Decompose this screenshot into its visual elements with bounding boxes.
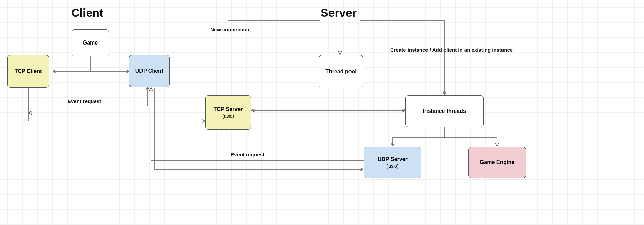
node-tcp-server-label: TCP Server [214, 106, 243, 112]
node-tcp-server: TCP Server (asio) [205, 95, 251, 130]
node-thread-pool-label: Thread pool [325, 69, 357, 75]
label-create-instance: Create instance / Add client in an exist… [390, 47, 513, 53]
node-tcp-client: TCP Client [7, 55, 49, 88]
label-event-request-1: Event request [68, 98, 101, 104]
label-event-request-2: Event request [231, 152, 264, 157]
node-instance-threads: Instance threads [405, 95, 484, 127]
client-section-title: Client [71, 6, 103, 19]
server-section-title: Server [321, 6, 357, 19]
node-thread-pool: Thread pool [319, 55, 363, 88]
node-udp-server-label: UDP Server [378, 156, 408, 162]
node-tcp-server-sub: (asio) [222, 113, 234, 119]
node-udp-server-sub: (asio) [386, 163, 398, 169]
label-new-connection: New connection [210, 27, 249, 32]
node-tcp-client-label: TCP Client [15, 68, 42, 74]
node-udp-server: UDP Server (asio) [364, 147, 421, 178]
node-game-engine-label: Game Engine [480, 159, 514, 166]
diagram-canvas: Client Server Game TCP Client UDP Client… [0, 0, 644, 225]
node-instance-threads-label: Instance threads [423, 108, 466, 114]
node-udp-client: UDP Client [129, 55, 170, 87]
node-game: Game [72, 29, 109, 56]
node-game-engine: Game Engine [468, 147, 526, 178]
node-game-label: Game [83, 40, 98, 46]
node-udp-client-label: UDP Client [135, 68, 163, 74]
